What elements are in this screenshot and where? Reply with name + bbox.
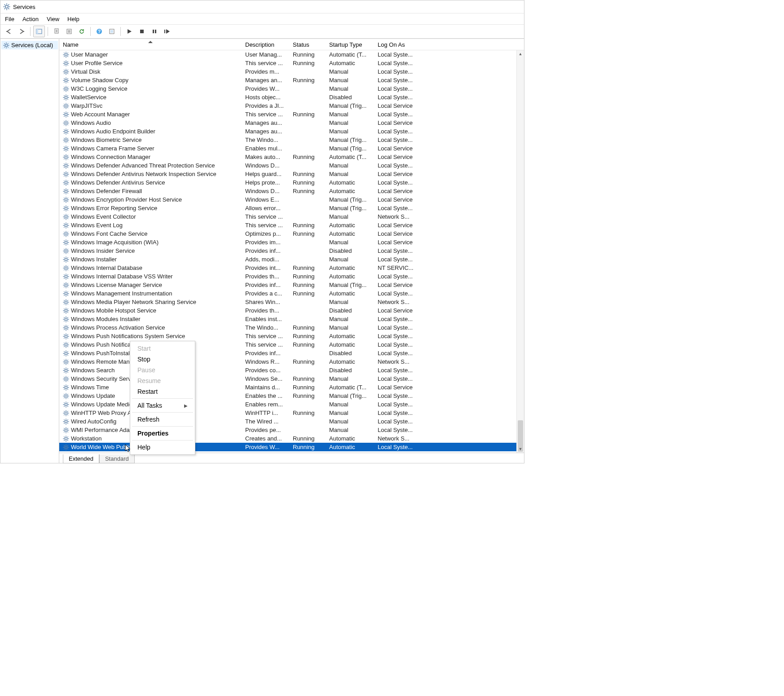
service-row[interactable]: Windows Audio Endpoint BuilderManages au… [59,127,524,136]
service-row[interactable]: Windows UpdateEnables the ...RunningManu… [59,392,524,400]
service-row[interactable]: User ManagerUser Manag...RunningAutomati… [59,50,524,59]
service-row[interactable]: Web Account ManagerThis service ...Runni… [59,110,524,119]
tab-standard[interactable]: Standard [99,454,135,463]
gear-icon [63,299,69,305]
service-row[interactable]: WarpJITSvcProvides a JI...Manual (Trig..… [59,101,524,110]
service-row[interactable]: User Profile ServiceThis service ...Runn… [59,59,524,67]
gear-icon [63,94,69,101]
scroll-up-button[interactable]: ▲ [517,50,524,57]
service-row[interactable]: Windows Defender Antivirus Network Inspe… [59,170,524,178]
service-row[interactable]: Windows Defender FirewallWindows D...Run… [59,187,524,195]
ctx-restart[interactable]: Restart [131,386,194,397]
service-row[interactable]: Windows Defender Antivirus ServiceHelps … [59,178,524,187]
service-row[interactable]: Wired AutoConfigThe Wired ...ManualLocal… [59,417,524,426]
gear-icon [63,128,69,135]
nav-back-button[interactable] [3,26,15,37]
service-row[interactable]: Windows Management InstrumentationProvid… [59,289,524,298]
service-row[interactable]: Windows Defender Advanced Threat Protect… [59,161,524,170]
service-row[interactable]: Windows Remote ManagWindows R...RunningA… [59,357,524,366]
app-icon [3,3,10,10]
service-desc-cell: Provides im... [242,239,289,246]
start-service-button[interactable] [123,26,135,37]
help-button[interactable]: ? [93,26,105,37]
service-row[interactable]: Windows Process Activation ServiceThe Wi… [59,323,524,332]
service-row[interactable]: Windows Encryption Provider Host Service… [59,195,524,204]
menu-file[interactable]: File [5,16,14,22]
service-row[interactable]: Windows Event CollectorThis service ...M… [59,212,524,221]
service-row[interactable]: Windows Insider ServiceProvides inf...Di… [59,247,524,255]
column-name[interactable]: Name [59,41,242,48]
service-row[interactable]: Windows Push Notifications System Servic… [59,332,524,340]
tree-pane[interactable]: Services (Local) [0,39,59,463]
nav-forward-button[interactable] [16,26,27,37]
column-status[interactable]: Status [289,41,326,48]
service-row[interactable]: Windows Internal Database VSS WriterProv… [59,272,524,281]
service-startup-cell: Manual [326,401,374,408]
service-row[interactable]: Windows Event LogThis service ...Running… [59,221,524,229]
ctx-refresh[interactable]: Refresh [131,414,194,425]
service-row[interactable]: Windows SearchProvides co...DisabledLoca… [59,366,524,374]
service-list[interactable]: User ManagerUser Manag...RunningAutomati… [59,50,524,453]
gear-icon [63,401,69,408]
service-status-cell: Running [289,179,326,186]
service-row[interactable]: Windows Font Cache ServiceOptimizes p...… [59,229,524,238]
pause-service-button[interactable] [149,26,160,37]
gear-icon [63,69,69,75]
service-row[interactable]: Windows License Manager ServiceProvides … [59,281,524,289]
ctx-help[interactable]: Help [131,442,194,453]
help-contents-button[interactable] [106,26,118,37]
service-row[interactable]: Windows Modules InstallerEnables inst...… [59,315,524,323]
service-row[interactable]: Windows Push NotificatiThis service ...R… [59,340,524,349]
service-row[interactable]: Volume Shadow CopyManages an...RunningMa… [59,76,524,84]
vertical-scrollbar[interactable]: ▲ ▼ [516,50,524,453]
service-name-cell: Windows Management Instrumentation [59,290,242,297]
service-row[interactable]: Windows TimeMaintains d...RunningAutomat… [59,383,524,392]
column-description[interactable]: Description [242,41,289,48]
ctx-all-tasks[interactable]: All Tasks▶ [131,400,194,411]
service-row[interactable]: Windows Internal DatabaseProvides int...… [59,264,524,272]
service-startup-cell: Disabled [326,307,374,314]
service-row[interactable]: WMI Performance AdaptProvides pe...Manua… [59,426,524,434]
refresh-button[interactable] [76,26,88,37]
ctx-properties[interactable]: Properties [131,428,194,439]
service-row[interactable]: W3C Logging ServiceProvides W...ManualLo… [59,84,524,93]
properties-button[interactable] [63,26,75,37]
service-row[interactable]: Windows Security ServiceWindows Se...Run… [59,374,524,383]
service-row[interactable]: Windows PushToInstall SProvides inf...Di… [59,349,524,357]
service-row[interactable]: Windows Connection ManagerMakes auto...R… [59,153,524,161]
service-row[interactable]: Windows Biometric ServiceThe Windo...Man… [59,136,524,144]
service-row[interactable]: WinHTTP Web Proxy AutWinHTTP i...Running… [59,409,524,417]
service-row[interactable]: Windows InstallerAdds, modi...ManualLoca… [59,255,524,264]
service-row[interactable]: Windows Update Medic SEnables rem...Manu… [59,400,524,409]
service-row[interactable]: Windows Error Reporting ServiceAllows er… [59,204,524,212]
column-startup[interactable]: Startup Type [326,41,374,48]
service-row[interactable]: Windows Mobile Hotspot ServiceProvides t… [59,306,524,315]
service-name-cell: Windows Camera Frame Server [59,145,242,152]
menu-help[interactable]: Help [67,16,79,22]
service-row[interactable]: Windows Media Player Network Sharing Ser… [59,298,524,306]
menu-view[interactable]: View [47,16,59,22]
service-desc-cell: Shares Win... [242,299,289,305]
column-logon[interactable]: Log On As [374,41,417,48]
scroll-down-button[interactable]: ▼ [517,445,524,453]
menu-action[interactable]: Action [22,16,39,22]
tree-node-services-local[interactable]: Services (Local) [1,41,58,49]
service-status-cell: Running [289,290,326,297]
service-logon-cell: Local Syste... [374,341,417,348]
restart-service-button[interactable] [161,26,173,37]
ctx-stop[interactable]: Stop [131,354,194,365]
show-hide-tree-button[interactable] [33,26,45,37]
service-row[interactable]: Windows AudioManages au...ManualLocal Se… [59,119,524,127]
service-status-cell: Running [289,273,326,280]
service-row[interactable]: WorkstationCreates and...RunningAutomati… [59,434,524,443]
service-row[interactable]: Windows Camera Frame ServerEnables mul..… [59,144,524,153]
service-row[interactable]: WalletServiceHosts objec...DisabledLocal… [59,93,524,101]
service-name-cell: Windows License Manager Service [59,282,242,288]
stop-service-button[interactable] [136,26,148,37]
service-desc-cell: The Windo... [242,324,289,331]
tab-extended[interactable]: Extended [63,454,99,463]
service-name-cell: Windows Defender Advanced Threat Protect… [59,162,242,169]
service-row[interactable]: Windows Image Acquisition (WIA)Provides … [59,238,524,247]
export-list-button[interactable] [51,26,62,37]
service-row[interactable]: Virtual DiskProvides m...ManualLocal Sys… [59,67,524,76]
